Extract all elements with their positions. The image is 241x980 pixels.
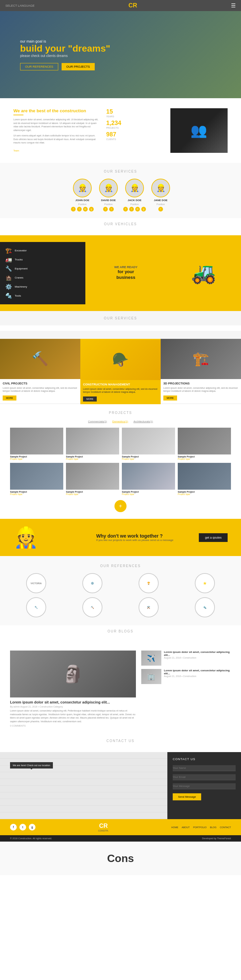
- contact-form-title: CONTACT US: [173, 757, 236, 761]
- site-logo[interactable]: CR: [128, 2, 137, 9]
- footer-tw[interactable]: t: [19, 824, 26, 830]
- references-button[interactable]: our references: [20, 63, 58, 70]
- about-text-2: Ut sem viverra aliquet eget. A diam soll…: [13, 134, 100, 145]
- filter-commercials[interactable]: Commercials(1): [88, 420, 107, 423]
- service-image-1: 🪖: [80, 340, 161, 380]
- services-section-title: OUR SERVICES: [0, 311, 241, 325]
- project-name-1: Sample Project: [66, 455, 119, 458]
- team-avatar-icon-2: 👷: [130, 184, 139, 192]
- footer: f t g CR CONSTR. HOME ABOUT PORTFOLIO BL…: [0, 819, 241, 835]
- stat-projects: 1,234 Projects: [106, 120, 163, 129]
- team-role-1: Position: [105, 203, 113, 205]
- blog-side-meta-1: August 21, 2016 • Construction: [164, 675, 231, 677]
- vehicles-banner-block: we are ready for your business: [86, 242, 167, 304]
- social-fb-0[interactable]: f: [71, 207, 76, 212]
- project-cat-6: Project type: [122, 493, 175, 495]
- social-tw-2[interactable]: t: [129, 207, 134, 212]
- footer-link-home[interactable]: HOME: [171, 826, 178, 829]
- load-more-container: +: [10, 500, 231, 512]
- language-selector[interactable]: SELECT LANGUAGE: [5, 4, 35, 7]
- team-card-0: 👷 JOHN DOE Position f t in g: [71, 179, 94, 212]
- cta-button[interactable]: get a qoutes: [199, 533, 228, 542]
- filter-architecturals[interactable]: Architecturals(1): [133, 420, 153, 423]
- contact-message-input[interactable]: [173, 783, 236, 789]
- ref-logo-2: 🏆: [135, 573, 162, 593]
- footer-link-portfolio[interactable]: PORTFOLIO: [193, 826, 206, 829]
- blog-side-meta-0: August 21, 2016 • Construction: [164, 657, 231, 659]
- vehicle-icon-4: ⚙️: [5, 283, 12, 290]
- blog-category: Construction Category: [40, 705, 63, 708]
- we-are-ready-line1: we are ready: [114, 266, 138, 269]
- project-cat-2: Project type: [122, 458, 175, 460]
- contact-name-input[interactable]: [173, 765, 236, 771]
- blog-main-article: 🗿 Lorem ipsum dolor sit amet, consectetu…: [10, 651, 136, 727]
- service-text-1: Lorem ipsum dolor sit amet, consectetur …: [83, 387, 158, 394]
- blog-side-image-0: ✈️: [141, 651, 161, 666]
- vehicle-label-2: Equipment: [15, 267, 27, 270]
- service-content-1: Construction Management Lorem ipsum dolo…: [80, 380, 161, 404]
- social-fb-2[interactable]: f: [123, 207, 128, 212]
- vehicle-label-5: Tools: [15, 294, 21, 297]
- social-gp-2[interactable]: g: [141, 207, 146, 212]
- about-stats: 15 Years 1,234 Projects 987 Clients: [106, 108, 163, 153]
- ref-logo-7: 🔩: [192, 597, 218, 617]
- blog-main-meta: By admin August 21, 2016 • Construction …: [10, 705, 136, 708]
- service-btn-2[interactable]: more: [163, 396, 177, 401]
- social-fb-3[interactable]: f: [159, 207, 163, 212]
- service-card-2: 🏗️ 3d Projections Lorem ipsum dolor sit …: [161, 339, 241, 404]
- projects-button[interactable]: our projects: [62, 63, 95, 70]
- cta-section: 👷 Why don't we work together ? If you li…: [0, 519, 241, 556]
- footer-links: HOME ABOUT PORTFOLIO BLOG CONTACT: [171, 826, 231, 829]
- team-avatar-icon-3: 👷: [156, 184, 165, 192]
- service-btn-1[interactable]: more: [83, 396, 97, 401]
- about-team-link[interactable]: Team: [13, 150, 19, 152]
- hamburger-menu[interactable]: ☰: [231, 2, 236, 9]
- stat-years-number: 15: [106, 108, 163, 115]
- load-more-button[interactable]: +: [114, 500, 127, 512]
- filter-domestics[interactable]: Domestics(1): [113, 420, 128, 423]
- project-card-0: Sample Project Project type: [10, 428, 63, 460]
- footer-gp[interactable]: g: [29, 824, 35, 830]
- contact-submit-button[interactable]: Send Message: [173, 793, 201, 800]
- project-name-0: Sample Project: [10, 455, 63, 458]
- social-li-2[interactable]: in: [135, 207, 140, 212]
- project-cat-1: Project type: [66, 458, 119, 460]
- blog-side-item-1: 🏢 Lorem ipsum dolor sit amet, consectetu…: [141, 669, 231, 684]
- team-name-1: DAVID DOE: [101, 199, 116, 202]
- social-li-0[interactable]: in: [83, 207, 88, 212]
- footer-link-blog[interactable]: BLOG: [210, 826, 216, 829]
- social-gp-0[interactable]: g: [89, 207, 94, 212]
- project-name-5: Sample Project: [66, 491, 119, 493]
- team-avatar-0: 👷: [73, 179, 92, 197]
- service-text-0: Lorem ipsum dolor sit amet, consectetur …: [3, 387, 78, 393]
- projects-section: PROJECTS Commercials(1) Domestics(1) Arc…: [0, 404, 241, 519]
- vehicles-banner-text: we are ready for your business: [114, 266, 138, 280]
- blog-side-cat-1: Construction: [183, 675, 196, 677]
- ref-badge-2: 🏆: [139, 573, 159, 593]
- social-tw-1[interactable]: t: [109, 207, 114, 212]
- team-socials-2: f t in g: [123, 207, 146, 212]
- footer-link-about[interactable]: ABOUT: [182, 826, 190, 829]
- service-btn-0[interactable]: more: [3, 396, 16, 401]
- services-grid: 🔨 Civil projects Lorem ipsum dolor sit a…: [0, 339, 241, 404]
- footer-link-contact[interactable]: CONTACT: [220, 826, 231, 829]
- team-card-3: 👷 JANE DOE Position f: [151, 179, 170, 212]
- hero-content: our main goal is build your "dreams" ple…: [20, 39, 110, 70]
- stat-years-label: Years: [106, 115, 163, 118]
- references-section-title: OUR REFERENCES: [10, 564, 231, 568]
- about-title: We are the best of the construction: [13, 108, 100, 113]
- cta-worker-icon: 👷: [13, 525, 38, 549]
- social-tw-0[interactable]: t: [77, 207, 82, 212]
- service-image-2: 🏗️: [161, 339, 241, 379]
- bottom-bar: © 2016 Construction. All rights reserved…: [0, 835, 241, 842]
- contact-email-input[interactable]: [173, 774, 236, 780]
- footer-fb[interactable]: f: [10, 824, 17, 830]
- blog-side-content-1: Lorem ipsum dolor sit amet, consectetur …: [164, 669, 231, 684]
- project-card-6: Sample Project Project type: [122, 463, 175, 495]
- blog-comments: 0 COMMENTS: [10, 725, 136, 727]
- stat-years: 15 Years: [106, 108, 163, 118]
- social-fb-1[interactable]: f: [103, 207, 108, 212]
- ref-badge-3: ⭐: [195, 573, 215, 593]
- blog-side-image-1: 🏢: [141, 669, 161, 684]
- project-cat-7: Project type: [178, 493, 231, 495]
